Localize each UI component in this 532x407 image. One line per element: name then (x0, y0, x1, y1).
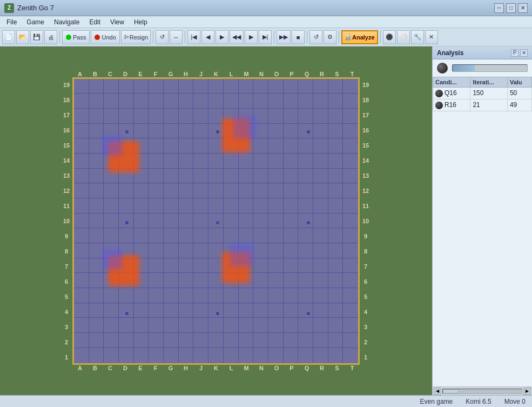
board-cell[interactable] (149, 169, 164, 184)
board-cell[interactable] (134, 273, 149, 288)
board-cell[interactable] (179, 94, 194, 109)
board-cell[interactable] (104, 213, 119, 229)
board-cell[interactable] (104, 154, 119, 169)
board-cell[interactable] (208, 288, 224, 303)
board-cell[interactable] (343, 333, 358, 348)
board-cell[interactable] (134, 228, 149, 243)
board-cell[interactable] (328, 94, 344, 109)
board-cell[interactable] (119, 348, 134, 363)
board-cell[interactable] (149, 258, 164, 273)
board-cell[interactable] (89, 348, 104, 363)
board-cell[interactable] (119, 303, 134, 318)
analysis-row[interactable]: Q1615050 (433, 88, 532, 99)
board-cell[interactable] (164, 183, 179, 198)
board-cell[interactable] (298, 138, 313, 154)
board-cell[interactable] (224, 94, 239, 109)
board-cell[interactable] (343, 303, 358, 318)
board-cell[interactable] (328, 288, 344, 303)
board-cell[interactable] (313, 94, 328, 109)
board-cell[interactable] (253, 228, 268, 243)
board-cell[interactable] (149, 124, 164, 139)
board-cell[interactable] (298, 303, 313, 318)
board-cell[interactable] (193, 198, 208, 213)
rotate-button[interactable]: ↺ (156, 30, 169, 44)
close-button[interactable]: ✕ (518, 3, 528, 13)
board-cell[interactable] (298, 288, 313, 303)
board-cell[interactable] (284, 258, 299, 273)
board-cell[interactable] (253, 348, 268, 363)
board-cell[interactable] (239, 318, 254, 333)
board-cell[interactable] (343, 258, 358, 273)
board-cell[interactable] (224, 79, 239, 94)
board-cell[interactable] (134, 303, 149, 318)
board-cell[interactable] (104, 228, 119, 243)
board-cell[interactable] (284, 138, 299, 154)
board-cell[interactable] (193, 169, 208, 184)
board-cell[interactable] (104, 169, 119, 184)
board-cell[interactable] (74, 273, 89, 288)
board-cell[interactable] (119, 124, 134, 139)
board-cell[interactable] (313, 228, 328, 243)
board-cell[interactable] (239, 94, 254, 109)
board-cell[interactable] (149, 243, 164, 258)
board-cell[interactable] (313, 348, 328, 363)
board-cell[interactable] (284, 348, 299, 363)
board-cell[interactable] (313, 318, 328, 333)
board-cell[interactable] (193, 124, 208, 139)
board-cell[interactable] (193, 79, 208, 94)
board-cell[interactable] (134, 333, 149, 348)
menu-navigate[interactable]: Navigate (50, 17, 84, 27)
board-cell[interactable] (104, 273, 119, 288)
board-cell[interactable] (164, 228, 179, 243)
board-cell[interactable] (298, 348, 313, 363)
panel-pin-button[interactable]: P (511, 49, 518, 57)
tools-btn[interactable]: 🔧 (411, 30, 424, 44)
board-cell[interactable] (193, 258, 208, 273)
board-cell[interactable] (208, 213, 224, 229)
next5-button[interactable]: ▶ (245, 30, 258, 44)
board-cell[interactable] (268, 303, 284, 318)
board-cell[interactable] (89, 303, 104, 318)
board-cell[interactable] (208, 124, 224, 139)
board-cell[interactable] (193, 94, 208, 109)
board-cell[interactable] (149, 154, 164, 169)
board-cell[interactable] (284, 228, 299, 243)
board-cell[interactable] (328, 169, 344, 184)
board-cell[interactable] (284, 124, 299, 139)
board-cell[interactable] (268, 318, 284, 333)
board-cell[interactable] (164, 94, 179, 109)
board-cell[interactable] (164, 243, 179, 258)
board-cell[interactable] (343, 183, 358, 198)
board-cell[interactable] (193, 213, 208, 229)
board-cell[interactable] (313, 138, 328, 154)
board-cell[interactable] (179, 243, 194, 258)
board-cell[interactable] (179, 169, 194, 184)
board-cell[interactable] (74, 243, 89, 258)
board-cell[interactable] (208, 303, 224, 318)
board-cell[interactable] (208, 109, 224, 124)
board-cell[interactable] (284, 288, 299, 303)
board-cell[interactable] (313, 288, 328, 303)
board-cell[interactable] (268, 273, 284, 288)
board-cell[interactable] (208, 273, 224, 288)
board-cell[interactable] (134, 138, 149, 154)
board-cell[interactable] (119, 79, 134, 94)
board-cell[interactable] (224, 169, 239, 184)
board-cell[interactable] (224, 303, 239, 318)
board-cell[interactable] (208, 318, 224, 333)
resign-button[interactable]: 🏳 Resign (121, 30, 151, 44)
board-cell[interactable] (224, 288, 239, 303)
board-cell[interactable] (149, 94, 164, 109)
board-cell[interactable] (193, 348, 208, 363)
board-cell[interactable] (298, 183, 313, 198)
board-cell[interactable] (298, 79, 313, 94)
board-cell[interactable] (208, 138, 224, 154)
board-cell[interactable] (268, 79, 284, 94)
board-cell[interactable] (224, 228, 239, 243)
board-cell[interactable] (134, 183, 149, 198)
board-cell[interactable] (328, 79, 344, 94)
board-cell[interactable] (134, 79, 149, 94)
board-cell[interactable] (179, 258, 194, 273)
board-cell[interactable] (179, 79, 194, 94)
board-cell[interactable] (104, 198, 119, 213)
